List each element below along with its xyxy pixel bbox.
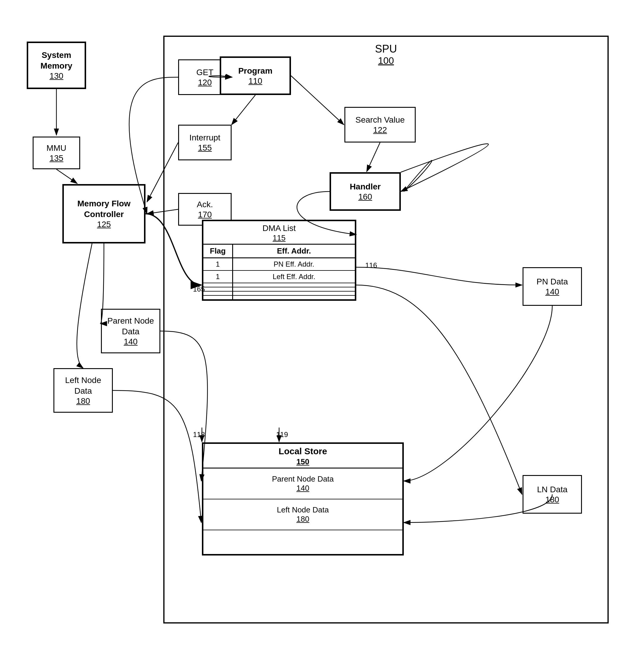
local-store-table: Local Store 150 Parent Node Data 140 Lef… [202, 442, 404, 555]
program-box: Program 110 [220, 56, 291, 95]
search-value-box: Search Value 122 [344, 107, 416, 142]
dma-row-3 [203, 288, 355, 292]
mmu-box: MMU 135 [33, 137, 80, 169]
dma-row-0: 1PN Eff. Addr. [203, 258, 355, 271]
label-165: 165 [193, 285, 205, 293]
ls-row-1: Parent Node Data 140 [203, 469, 402, 499]
dma-row-4 [203, 292, 355, 296]
dma-row-5 [203, 296, 355, 299]
ln-data-box: LN Data 180 [523, 475, 582, 514]
diagram: SPU 100 System Memory 130 MMU 135 GET 12… [18, 18, 626, 641]
pn-data-box: PN Data 140 [523, 267, 582, 306]
svg-line-3 [56, 169, 77, 183]
mfc-box: Memory Flow Controller 125 [62, 184, 145, 244]
label-119: 119 [276, 431, 288, 439]
dma-list-table: DMA List 115 Flag Eff. Addr. 1PN Eff. Ad… [202, 220, 356, 301]
system-memory-box: System Memory 130 [27, 42, 86, 89]
handler-box: Handler 160 [329, 172, 401, 211]
label-118: 118 [193, 431, 205, 439]
parent-node-data-box: Parent Node Data 140 [101, 309, 160, 353]
interrupt-box: Interrupt 155 [178, 125, 232, 160]
ls-row-2: Left Node Data 180 [203, 499, 402, 530]
dma-row-1: 1Left Eff. Addr. [203, 271, 355, 283]
ls-row-3 [203, 530, 402, 554]
dma-row-2 [203, 283, 355, 288]
label-116: 116 [365, 261, 377, 270]
dma-header: Flag Eff. Addr. [203, 245, 355, 258]
dma-rows: 1PN Eff. Addr.1Left Eff. Addr. [203, 258, 355, 299]
left-node-data-box: Left Node Data 180 [53, 368, 113, 413]
